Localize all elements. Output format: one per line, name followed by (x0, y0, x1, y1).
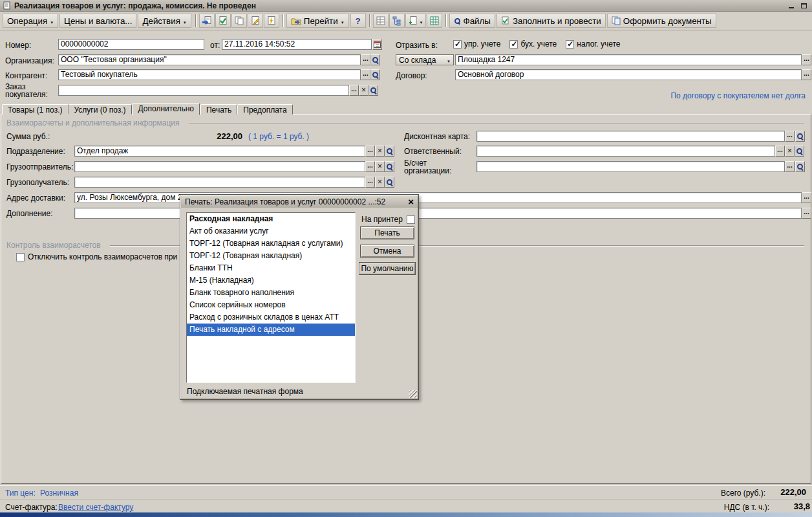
print-form-item[interactable]: Бланки ТТН (187, 262, 355, 274)
print-form-item[interactable]: Печать накладной с адресом (187, 324, 355, 336)
files-label: Файлы (464, 16, 491, 26)
help-button[interactable]: ? (350, 14, 366, 28)
minimize-button[interactable] (785, 1, 796, 10)
contractor-input[interactable]: Тестовый покупатель (58, 69, 361, 80)
shipper-clear-button[interactable] (375, 161, 385, 172)
tab[interactable]: Предоплата (237, 104, 292, 115)
delivery-address-label: Адрес доставки: (6, 193, 65, 203)
make-documents-button[interactable]: Оформить документы (607, 14, 716, 28)
maximize-icon (801, 3, 807, 8)
discount-card-ellipsis-button[interactable] (785, 131, 795, 142)
tab[interactable]: Печать (200, 104, 237, 115)
to-printer-checkbox[interactable]: На принтер (361, 215, 415, 224)
print-form-item[interactable]: Расходная накладная (187, 213, 355, 225)
fill-and-post-label: Заполнить и провести (513, 16, 601, 26)
print-button[interactable]: Печать (360, 226, 414, 239)
invoice-link[interactable]: Ввести счет-фактуру (58, 503, 133, 512)
input-on-basis-button[interactable] (405, 14, 426, 28)
order-input[interactable] (58, 85, 349, 96)
responsible-lookup-button[interactable] (795, 146, 804, 157)
contractor-lookup-button[interactable] (370, 69, 380, 80)
spreadsheet-button[interactable] (427, 14, 442, 28)
actions-menu-button[interactable]: Действия (138, 14, 191, 28)
dialog-close-button[interactable] (408, 197, 414, 206)
dialog-titlebar[interactable]: Печать: Реализация товаров и услуг 00000… (181, 195, 418, 208)
control-checkbox[interactable]: Отключить контроль взаиморасчетов при пр… (16, 252, 197, 261)
document-movements-button[interactable] (373, 14, 389, 28)
default-button[interactable]: По умолчанию (359, 262, 416, 275)
price-type-value[interactable]: Розничная (40, 489, 78, 498)
order-clear-button[interactable] (359, 85, 369, 96)
warehouse-input[interactable]: Площадка 1247 (455, 54, 802, 65)
tab[interactable]: Дополнительно (133, 103, 200, 115)
maximize-button[interactable] (798, 1, 809, 10)
shipper-input[interactable] (74, 161, 365, 172)
department-input[interactable]: Отдел продаж (74, 146, 365, 157)
consignee-clear-button[interactable] (375, 177, 385, 188)
delivery-address-ellipsis-button[interactable] (802, 192, 811, 203)
date-input[interactable]: 27.11.2016 14:50:52 (222, 39, 372, 50)
warehouse-dropdown-button[interactable]: Со склада (396, 54, 454, 65)
print-form-item[interactable]: Список серийных номеров (187, 299, 355, 311)
contract-input[interactable]: Основной договор (455, 69, 802, 80)
addition-ellipsis-button[interactable] (802, 208, 811, 219)
organization-input[interactable]: ООО "Тестовая организация" (58, 54, 361, 65)
post-document-button[interactable] (215, 14, 231, 28)
print-form-item[interactable]: Акт об оказании услуг (187, 225, 355, 237)
order-ellipsis-button[interactable] (349, 85, 359, 96)
print-form-item[interactable]: Бланк товарного наполнения (187, 287, 355, 299)
print-form-item[interactable]: ТОРГ-12 (Товарная накладная с услугами) (187, 237, 355, 250)
print-form-item[interactable]: ТОРГ-12 (Товарная накладная) (187, 250, 355, 262)
department-lookup-button[interactable] (385, 146, 394, 157)
organization-lookup-button[interactable] (370, 54, 380, 65)
consignee-lookup-button[interactable] (385, 177, 394, 188)
files-button[interactable]: Файлы (449, 14, 495, 28)
shipper-ellipsis-button[interactable] (365, 161, 375, 172)
consignee-input[interactable] (74, 177, 365, 188)
fill-and-post-button[interactable]: Заполнить и провести (497, 14, 606, 28)
department-clear-button[interactable] (375, 146, 385, 157)
reflect-checkbox[interactable]: упр. учете (453, 39, 500, 49)
warehouse-ellipsis-button[interactable] (802, 54, 811, 65)
debt-note-link[interactable]: По договору с покупателем нет долга (670, 91, 806, 100)
cancel-button[interactable]: Отмена (360, 245, 414, 258)
bank-account-lookup-button[interactable] (795, 161, 805, 172)
goto-menu-button[interactable]: Перейти (286, 14, 349, 28)
tab[interactable]: Товары (1 поз.) (2, 104, 69, 115)
subordination-structure-button[interactable] (389, 14, 405, 28)
discount-card-lookup-button[interactable] (795, 131, 805, 142)
window-titlebar[interactable]: Реализация товаров и услуг: продажа, ком… (0, 0, 812, 12)
reflect-checkbox[interactable]: налог. учете (566, 39, 620, 49)
contract-ellipsis-button[interactable] (802, 69, 811, 80)
copy-document-button[interactable] (231, 14, 247, 28)
document-lightning-button[interactable] (264, 14, 279, 28)
write-document-button[interactable] (199, 14, 215, 28)
print-form-item[interactable]: М-15 (Накладная) (187, 274, 355, 287)
prices-currency-button[interactable]: Цены и валюта... (59, 14, 136, 28)
chevron-down-icon (183, 16, 187, 26)
consignee-ellipsis-button[interactable] (365, 177, 375, 188)
price-type-label[interactable]: Тип цен: (5, 489, 36, 498)
tab[interactable]: Услуги (0 поз.) (69, 104, 132, 115)
reflect-checkbox[interactable]: бух. учете (509, 39, 557, 49)
discount-card-input[interactable] (476, 131, 785, 142)
number-input[interactable]: 00000000002 (58, 39, 204, 50)
contractor-ellipsis-button[interactable] (361, 69, 370, 80)
print-form-item[interactable]: Расход с розничных складов в ценах АТТ (187, 311, 355, 324)
order-lookup-button[interactable] (369, 85, 378, 96)
shipper-lookup-button[interactable] (385, 161, 394, 172)
tab-label: Услуги (0 поз.) (74, 105, 126, 115)
department-ellipsis-button[interactable] (365, 146, 375, 157)
document-icon (3, 1, 11, 10)
responsible-clear-button[interactable] (785, 146, 795, 157)
responsible-ellipsis-button[interactable] (775, 146, 785, 157)
responsible-input[interactable] (476, 146, 775, 157)
bank-account-ellipsis-button[interactable] (785, 161, 795, 172)
resize-grip[interactable] (409, 390, 417, 398)
edit-document-button[interactable] (248, 14, 263, 28)
operation-menu-button[interactable]: Операция (3, 14, 58, 28)
organization-ellipsis-button[interactable] (361, 54, 370, 65)
calendar-button[interactable] (372, 39, 382, 50)
consignee-label: Грузополучатель: (6, 178, 69, 187)
bank-account-input[interactable] (476, 161, 785, 172)
